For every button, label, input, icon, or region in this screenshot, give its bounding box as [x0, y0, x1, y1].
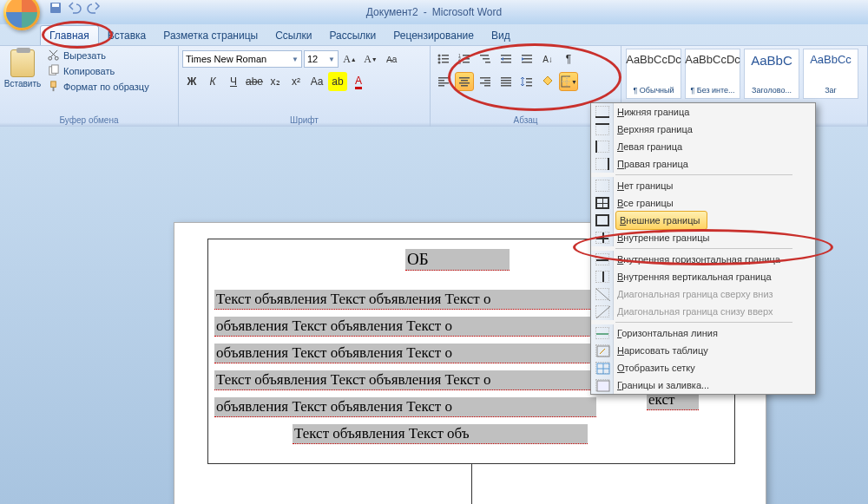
- clipboard-group-label: Буфер обмена: [3, 114, 174, 127]
- svg-rect-5: [52, 65, 59, 73]
- shading-button[interactable]: [538, 72, 557, 91]
- svg-rect-29: [438, 77, 449, 79]
- border-hline-icon: [591, 324, 614, 342]
- border-menu-item-right[interactable]: Правая граница: [614, 155, 695, 173]
- paste-icon: [10, 49, 35, 77]
- numbering-button[interactable]: 123: [455, 49, 474, 69]
- font-group-label: Шрифт: [182, 114, 426, 127]
- border-menu-item-ih[interactable]: Внутренняя горизонтальная граница: [614, 251, 787, 268]
- undo-icon[interactable]: [68, 1, 82, 15]
- format-painter-button[interactable]: Формат по образцу: [43, 79, 153, 94]
- svg-rect-39: [480, 82, 490, 84]
- justify-button[interactable]: [496, 72, 516, 91]
- svg-rect-30: [438, 80, 444, 82]
- border-menu-item-all[interactable]: Все границы: [614, 194, 681, 212]
- border-menu-item-top[interactable]: Верхняя граница: [614, 121, 700, 138]
- align-center-button[interactable]: [455, 72, 474, 91]
- border-bottom-icon: [591, 103, 614, 121]
- svg-rect-23: [501, 55, 511, 56]
- svg-rect-1: [52, 3, 59, 7]
- bold-button[interactable]: Ж: [182, 72, 201, 91]
- subscript-button[interactable]: x₂: [266, 72, 285, 91]
- redo-icon[interactable]: [87, 1, 101, 15]
- align-left-button[interactable]: [434, 72, 453, 91]
- tab-references[interactable]: Ссылки: [266, 26, 320, 45]
- svg-rect-35: [459, 82, 470, 84]
- strikethrough-button[interactable]: abe: [245, 72, 264, 91]
- app-name: Microsoft Word: [432, 6, 502, 18]
- svg-rect-40: [484, 85, 490, 87]
- decrease-indent-button[interactable]: [496, 49, 516, 69]
- tab-review[interactable]: Рецензирование: [385, 26, 483, 45]
- show-marks-button[interactable]: ¶: [559, 49, 578, 69]
- svg-rect-43: [501, 82, 511, 84]
- border-iv-icon: [591, 268, 614, 285]
- border-menu-item-inside[interactable]: Внутренние границы: [614, 229, 716, 246]
- font-name-combo[interactable]: Times New Roman▼: [182, 50, 302, 68]
- svg-rect-41: [501, 77, 511, 79]
- change-case-button[interactable]: Aa: [307, 72, 326, 91]
- italic-button[interactable]: К: [203, 72, 222, 91]
- style-heading2[interactable]: AaBbCcЗаг: [803, 49, 858, 99]
- borders-button[interactable]: ▼: [559, 72, 578, 91]
- svg-rect-19: [463, 62, 470, 63]
- highlight-button[interactable]: ab: [328, 72, 347, 91]
- border-menu-item-draw[interactable]: Нарисовать таблицу: [614, 342, 715, 359]
- border-all-icon: [591, 194, 614, 212]
- border-menu-item-diag1: Диагональная граница сверху вниз: [614, 285, 780, 303]
- border-diag2-icon: [591, 303, 614, 320]
- border-menu-item-iv[interactable]: Внутренняя вертикальная граница: [614, 268, 779, 285]
- border-menu-item-none[interactable]: Нет границы: [614, 177, 680, 194]
- tab-insert[interactable]: Вставка: [99, 26, 155, 45]
- border-top-icon: [591, 121, 614, 138]
- svg-rect-6: [51, 82, 56, 88]
- tab-view[interactable]: Вид: [483, 26, 519, 45]
- bullets-button[interactable]: [434, 49, 453, 69]
- underline-button[interactable]: Ч: [224, 72, 243, 91]
- tab-home[interactable]: Главная: [40, 25, 99, 45]
- svg-rect-26: [522, 55, 532, 56]
- style-normal[interactable]: AaBbCcDc¶ Обычный: [626, 49, 681, 99]
- paste-button[interactable]: Вставить: [3, 48, 42, 90]
- copy-button[interactable]: Копировать: [43, 63, 153, 78]
- chevron-down-icon: ▼: [328, 56, 335, 63]
- svg-rect-7: [53, 87, 55, 91]
- sort-button[interactable]: A↓: [538, 49, 557, 69]
- border-menu-item-hline[interactable]: Горизонтальная линия: [614, 324, 725, 342]
- tab-mailings[interactable]: Рассылки: [320, 26, 385, 45]
- border-menu-item-left[interactable]: Левая граница: [614, 138, 689, 155]
- font-color-button[interactable]: A: [349, 72, 368, 91]
- grow-font-button[interactable]: A▲: [340, 49, 359, 69]
- cut-button[interactable]: Вырезать: [43, 48, 153, 62]
- increase-indent-button[interactable]: [517, 49, 536, 69]
- tab-page-layout[interactable]: Разметка страницы: [155, 26, 266, 45]
- svg-rect-42: [501, 80, 511, 82]
- border-menu-item-grid[interactable]: Отобразить сетку: [614, 359, 702, 376]
- svg-rect-22: [485, 62, 490, 63]
- clear-formatting-button[interactable]: A̶a: [382, 49, 401, 69]
- border-menu-item-outside[interactable]: Внешние границы: [615, 211, 707, 230]
- svg-rect-33: [459, 77, 470, 79]
- border-menu-item-bottom[interactable]: Нижняя граница: [614, 103, 696, 121]
- style-no-spacing[interactable]: AaBbCcDc¶ Без инте...: [685, 49, 740, 99]
- chevron-down-icon: ▼: [292, 56, 299, 63]
- quick-access-toolbar: [49, 1, 101, 15]
- save-icon[interactable]: [49, 1, 62, 15]
- svg-point-3: [55, 56, 58, 60]
- svg-rect-9: [442, 55, 449, 56]
- svg-rect-34: [461, 80, 468, 82]
- border-menu-item-dialog[interactable]: Границы и заливка...: [614, 376, 716, 394]
- line-spacing-button[interactable]: [517, 72, 536, 91]
- svg-rect-47: [526, 85, 532, 87]
- copy-icon: [47, 64, 60, 77]
- multilevel-list-button[interactable]: [476, 49, 495, 69]
- shrink-font-button[interactable]: A▼: [361, 49, 380, 69]
- svg-point-12: [438, 62, 441, 64]
- border-dialog-icon: [591, 376, 614, 394]
- svg-rect-53: [597, 346, 609, 357]
- align-right-button[interactable]: [476, 72, 495, 91]
- font-size-combo[interactable]: 12▼: [304, 50, 339, 68]
- style-heading1[interactable]: AaBbCЗаголово...: [744, 49, 799, 99]
- svg-line-51: [596, 289, 610, 301]
- superscript-button[interactable]: x²: [286, 72, 306, 91]
